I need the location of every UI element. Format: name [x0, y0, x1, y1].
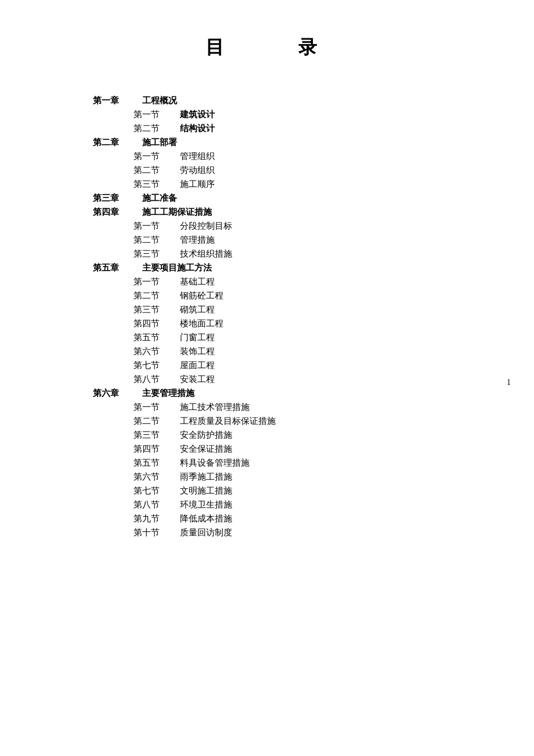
section-num: 第二节: [134, 290, 180, 301]
page-number: 1: [507, 378, 511, 387]
section-entry: 第七节屋面工程: [93, 360, 464, 371]
chapter-entry: 第一章工程概况: [93, 95, 464, 106]
section-num: 第二节: [134, 416, 180, 427]
chapter-entry: 第五章主要项目施工方法: [93, 262, 464, 273]
section-title: 门窗工程: [180, 332, 464, 343]
section-entry: 第八节安装工程: [93, 374, 464, 385]
section-entry: 第二节钢筋砼工程: [93, 290, 464, 301]
section-title: 雨季施工措施: [180, 471, 464, 483]
section-title: 环境卫生措施: [180, 499, 464, 510]
section-entry: 第四节安全保证措施: [93, 444, 464, 455]
section-title: 工程质量及目标保证措施: [180, 416, 464, 427]
section-entry: 第五节料具设备管理措施: [93, 458, 464, 469]
section-num: 第四节: [134, 444, 180, 455]
section-num: 第二节: [134, 235, 180, 246]
section-title: 技术组织措施: [180, 249, 464, 260]
section-num: 第六节: [134, 471, 180, 483]
section-entry: 第六节装饰工程: [93, 346, 464, 357]
section-entry: 第二节工程质量及目标保证措施: [93, 416, 464, 427]
section-entry: 第十节质量回访制度: [93, 527, 464, 538]
section-num: 第一节: [134, 402, 180, 413]
chapter-num: 第三章: [93, 193, 142, 204]
section-entry: 第二节结构设计: [93, 123, 464, 134]
section-num: 第八节: [134, 499, 180, 510]
section-num: 第三节: [134, 249, 180, 260]
section-entry: 第一节管理组织: [93, 151, 464, 162]
section-title: 安全保证措施: [180, 444, 464, 455]
section-num: 第十节: [134, 527, 180, 538]
chapter-entry: 第三章施工准备: [93, 193, 464, 204]
toc-container: 第一章工程概况第一节建筑设计第二节结构设计第二章施工部署第一节管理组织第二节劳动…: [93, 95, 464, 538]
chapter-num: 第四章: [93, 207, 142, 218]
chapter-num: 第六章: [93, 388, 142, 399]
chapter-num: 第一章: [93, 95, 142, 106]
section-num: 第五节: [134, 458, 180, 469]
section-num: 第三节: [134, 304, 180, 315]
section-entry: 第五节门窗工程: [93, 332, 464, 343]
chapter-title: 施工准备: [142, 193, 464, 204]
section-title: 劳动组织: [180, 165, 464, 176]
section-num: 第三节: [134, 430, 180, 441]
section-title: 砌筑工程: [180, 304, 464, 315]
section-title: 施工技术管理措施: [180, 402, 464, 413]
section-title: 安全防护措施: [180, 430, 464, 441]
section-num: 第五节: [134, 332, 180, 343]
chapter-title: 主要管理措施: [142, 388, 464, 399]
section-num: 第三节: [134, 179, 180, 190]
section-entry: 第八节环境卫生措施: [93, 499, 464, 510]
chapter-entry: 第六章主要管理措施: [93, 388, 464, 399]
section-title: 文明施工措施: [180, 485, 464, 496]
section-title: 装饰工程: [180, 346, 464, 357]
section-title: 结构设计: [180, 123, 464, 134]
chapter-title: 施工工期保证措施: [142, 207, 464, 218]
section-title: 建筑设计: [180, 109, 464, 120]
section-title: 基础工程: [180, 276, 464, 287]
section-title: 管理措施: [180, 235, 464, 246]
section-title: 钢筋砼工程: [180, 290, 464, 301]
section-entry: 第一节施工技术管理措施: [93, 402, 464, 413]
chapter-title: 施工部署: [142, 137, 464, 148]
section-title: 分段控制目标: [180, 221, 464, 232]
section-num: 第二节: [134, 165, 180, 176]
section-num: 第一节: [134, 221, 180, 232]
section-num: 第一节: [134, 109, 180, 120]
chapter-entry: 第二章施工部署: [93, 137, 464, 148]
section-num: 第九节: [134, 513, 180, 524]
section-title: 料具设备管理措施: [180, 458, 464, 469]
chapter-title: 工程概况: [142, 95, 464, 106]
section-entry: 第二节管理措施: [93, 235, 464, 246]
section-entry: 第二节劳动组织: [93, 165, 464, 176]
section-entry: 第三节安全防护措施: [93, 430, 464, 441]
section-num: 第六节: [134, 346, 180, 357]
section-entry: 第三节技术组织措施: [93, 249, 464, 260]
section-entry: 第三节砌筑工程: [93, 304, 464, 315]
page-title: 目 录: [93, 35, 464, 60]
section-num: 第七节: [134, 360, 180, 371]
document-page: 目 录 第一章工程概况第一节建筑设计第二节结构设计第二章施工部署第一节管理组织第…: [0, 0, 534, 756]
chapter-num: 第二章: [93, 137, 142, 148]
section-entry: 第一节建筑设计: [93, 109, 464, 120]
section-entry: 第七节文明施工措施: [93, 485, 464, 496]
section-entry: 第四节楼地面工程: [93, 318, 464, 329]
section-entry: 第一节分段控制目标: [93, 221, 464, 232]
section-title: 降低成本措施: [180, 513, 464, 524]
section-title: 质量回访制度: [180, 527, 464, 538]
section-entry: 第三节施工顺序: [93, 179, 464, 190]
section-title: 施工顺序: [180, 179, 464, 190]
chapter-title: 主要项目施工方法: [142, 262, 464, 273]
chapter-num: 第五章: [93, 262, 142, 273]
section-num: 第八节: [134, 374, 180, 385]
section-entry: 第九节降低成本措施: [93, 513, 464, 524]
section-title: 管理组织: [180, 151, 464, 162]
section-num: 第四节: [134, 318, 180, 329]
section-title: 屋面工程: [180, 360, 464, 371]
section-num: 第二节: [134, 123, 180, 134]
section-num: 第一节: [134, 276, 180, 287]
section-title: 楼地面工程: [180, 318, 464, 329]
chapter-entry: 第四章施工工期保证措施: [93, 207, 464, 218]
section-entry: 第一节基础工程: [93, 276, 464, 287]
section-entry: 第六节雨季施工措施: [93, 471, 464, 483]
section-num: 第一节: [134, 151, 180, 162]
section-num: 第七节: [134, 485, 180, 496]
section-title: 安装工程: [180, 374, 464, 385]
